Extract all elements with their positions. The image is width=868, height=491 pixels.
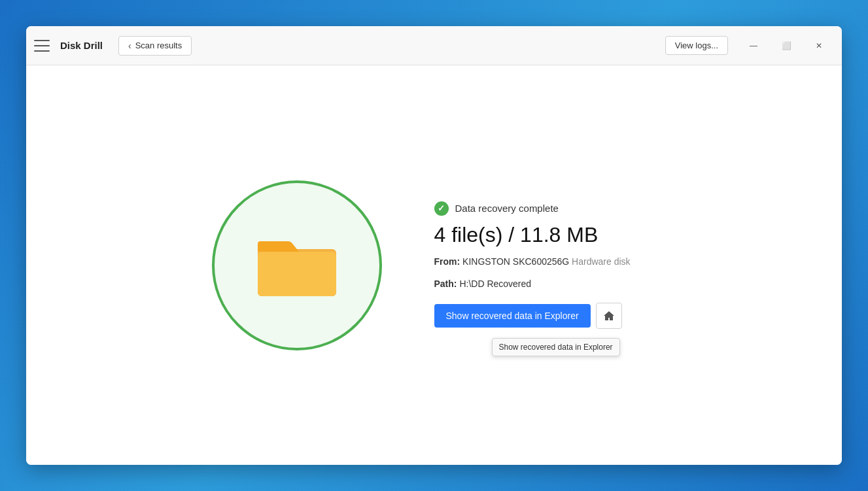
home-icon: [603, 310, 615, 322]
from-device: KINGSTON SKC600256G: [462, 256, 569, 267]
from-row: From: KINGSTON SKC600256G Hardware disk: [434, 254, 657, 269]
home-button[interactable]: [596, 303, 622, 329]
svg-rect-1: [258, 252, 336, 296]
main-content: Data recovery complete 4 file(s) / 11.8 …: [26, 65, 842, 465]
status-text: Data recovery complete: [455, 203, 559, 214]
close-button[interactable]: ✕: [804, 35, 834, 56]
folder-illustration: [212, 180, 382, 350]
tooltip: Show recovered data in Explorer: [492, 338, 620, 356]
info-panel: Data recovery complete 4 file(s) / 11.8 …: [434, 201, 657, 330]
path-label: Path:: [434, 279, 457, 289]
back-button[interactable]: ‹ Scan results: [118, 36, 192, 56]
app-window: Disk Drill ‹ Scan results View logs... —…: [26, 26, 842, 465]
back-arrow-icon: ‹: [128, 41, 131, 51]
view-logs-button[interactable]: View logs...: [665, 36, 728, 55]
content-inner: Data recovery complete 4 file(s) / 11.8 …: [212, 180, 657, 350]
check-circle-icon: [434, 201, 449, 216]
result-title: 4 file(s) / 11.8 MB: [434, 224, 657, 246]
path-row: Path: H:\DD Recovered: [434, 277, 657, 291]
hamburger-icon[interactable]: [34, 40, 50, 52]
titlebar-left: Disk Drill ‹ Scan results: [34, 36, 665, 56]
back-label: Scan results: [135, 41, 182, 50]
titlebar: Disk Drill ‹ Scan results View logs... —…: [26, 26, 842, 65]
minimize-button[interactable]: —: [738, 35, 769, 56]
app-title: Disk Drill: [60, 40, 103, 51]
path-value: H:\DD Recovered: [459, 279, 531, 289]
from-type: Hardware disk: [572, 256, 630, 267]
folder-icon: [254, 229, 339, 301]
maximize-button[interactable]: ⬜: [771, 35, 801, 56]
from-label: From:: [434, 256, 460, 267]
status-row: Data recovery complete: [434, 201, 657, 216]
titlebar-right: View logs... — ⬜ ✕: [665, 35, 834, 56]
show-explorer-button[interactable]: Show recovered data in Explorer: [434, 304, 591, 328]
action-row: Show recovered data in Explorer Show rec…: [434, 303, 657, 329]
